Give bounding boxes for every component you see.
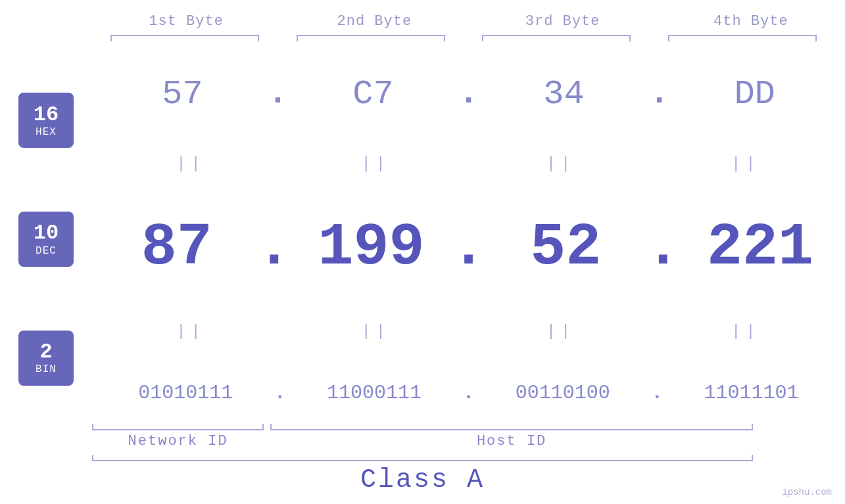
class-bracket [92, 455, 753, 461]
byte-header-3: 3rd Byte [469, 13, 657, 30]
eq-6: || [283, 323, 468, 340]
watermark: ipshu.com [782, 487, 832, 497]
bin-byte-3: 00110100 [476, 382, 650, 404]
eq-7: || [469, 323, 654, 340]
eq-4: || [654, 155, 838, 173]
hex-number: 16 [34, 103, 59, 126]
labels-column: 16 HEX 10 DEC 2 BIN [0, 55, 92, 424]
rows-area: 16 HEX 10 DEC 2 BIN 57 . C7 . 34 . DD [0, 55, 845, 424]
bin-row: 01010111 . 11000111 . 00110100 . 1101110… [99, 382, 838, 404]
hex-dot-2: . [458, 77, 479, 111]
bin-dot-3: . [651, 383, 663, 403]
top-brackets [92, 35, 835, 41]
hex-label: HEX [36, 126, 57, 138]
dec-number: 10 [34, 221, 59, 244]
bracket-cell-3 [464, 35, 650, 41]
bracket-line-1 [110, 35, 259, 41]
byte-header-1: 1st Byte [92, 13, 280, 30]
hex-byte-1: 57 [99, 75, 266, 114]
eq-2: || [283, 155, 468, 173]
class-label: Class A [92, 465, 753, 495]
bin-byte-4: 11011101 [664, 382, 838, 404]
dec-label: DEC [36, 245, 57, 257]
hex-dot-1: . [268, 77, 288, 111]
hex-byte-4: DD [671, 75, 838, 114]
dec-dot-1: . [256, 218, 292, 277]
hex-badge: 16 HEX [18, 93, 74, 148]
bin-dot-2: . [462, 383, 474, 403]
hex-dot-3: . [649, 77, 669, 111]
byte-header-4: 4th Byte [657, 13, 845, 30]
hex-byte-3: 34 [480, 75, 648, 114]
network-bracket [92, 424, 264, 430]
bin-byte-1: 01010111 [99, 382, 273, 404]
byte-header-2: 2nd Byte [280, 13, 468, 30]
dec-byte-4: 221 [682, 214, 838, 281]
eq-8: || [654, 323, 838, 340]
dec-byte-3: 52 [488, 214, 644, 281]
eq-3: || [469, 155, 654, 173]
bin-dot-1: . [274, 383, 286, 403]
network-id-label: Network ID [92, 433, 264, 449]
bracket-line-2 [297, 35, 445, 41]
dec-byte-1: 87 [99, 214, 255, 281]
eq-1: || [99, 155, 283, 173]
bracket-line-3 [482, 35, 631, 41]
bin-number: 2 [39, 340, 52, 363]
bin-badge: 2 BIN [18, 331, 74, 386]
bottom-brackets [92, 424, 753, 430]
hex-byte-2: C7 [289, 75, 457, 114]
data-area: 57 . C7 . 34 . DD || || || || 87 . 199 . [92, 55, 845, 424]
dec-badge: 10 DEC [18, 212, 74, 267]
byte-headers: 1st Byte 2nd Byte 3rd Byte 4th Byte [92, 13, 845, 30]
eq-5: || [99, 323, 283, 340]
bracket-cell-4 [650, 35, 836, 41]
hex-row: 57 . C7 . 34 . DD [99, 75, 838, 114]
bracket-line-4 [668, 35, 817, 41]
bracket-cell-1 [92, 35, 278, 41]
bin-label: BIN [36, 363, 57, 375]
bracket-cell-2 [278, 35, 464, 41]
dec-dot-3: . [645, 218, 681, 277]
bin-byte-2: 11000111 [287, 382, 462, 404]
id-labels: Network ID Host ID [92, 433, 753, 449]
dec-byte-2: 199 [293, 214, 450, 281]
dec-dot-2: . [450, 218, 486, 277]
equals-row-1: || || || || [99, 155, 838, 173]
host-bracket [270, 424, 753, 430]
main-container: 1st Byte 2nd Byte 3rd Byte 4th Byte 16 H… [0, 0, 845, 504]
equals-row-2: || || || || [99, 323, 838, 340]
host-id-label: Host ID [270, 433, 753, 449]
bottom-section: Network ID Host ID Class A ipshu.com [0, 424, 845, 504]
dec-row: 87 . 199 . 52 . 221 [99, 214, 838, 281]
